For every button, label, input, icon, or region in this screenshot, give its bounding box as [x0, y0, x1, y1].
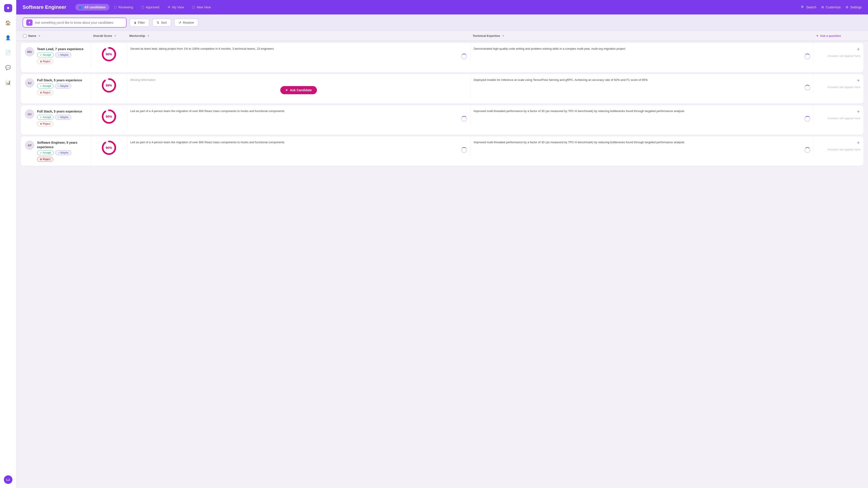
name-cell: MG Team Lead, 7 years experience ✓ Accep… — [21, 43, 91, 68]
sidebar-item-documents[interactable]: 📄 — [4, 48, 12, 57]
select-all-checkbox[interactable] — [23, 34, 26, 37]
rows-container: MG Team Lead, 7 years experience ✓ Accep… — [16, 43, 868, 166]
customize-action[interactable]: ⚙ Customize — [821, 5, 841, 9]
expertise-spinner — [804, 116, 810, 122]
mentorship-cell: Served as team lead, taking project from… — [127, 43, 470, 63]
user-avatar[interactable]: LJ — [4, 475, 12, 484]
name-cell: HJ Full Stack, 5 years experience ✓ Acce… — [21, 105, 91, 130]
ask-magic-icon: ✦ — [26, 20, 33, 26]
action-badges: ✓ Accept ○ Maybe ⊗ Reject — [37, 150, 88, 162]
th-expertise: Technical Expertise ▼ — [470, 31, 814, 41]
mentorship-cell: Missing information ✦ Ask Candidate — [127, 74, 470, 98]
table-row: SJ Full Stack, 5 years experience ✓ Acce… — [21, 74, 864, 103]
name-cell: SJ Full Stack, 5 years experience ✓ Acce… — [21, 74, 91, 99]
answers-placeholder: Answers will appear here — [828, 117, 860, 120]
filter-icon: ⧗ — [134, 21, 136, 25]
mentorship-spinner — [461, 147, 467, 153]
candidate-title: Software Engineer, 5 years experience — [37, 140, 88, 149]
answer-cell: ✦ Answers will appear here — [814, 74, 864, 92]
mentorship-text: Led as part of a 4-person team the migra… — [130, 140, 467, 145]
sidebar-item-messages[interactable]: 💬 — [4, 63, 12, 72]
sidebar: ✦ 🏠 👤 📄 💬 📊 LJ — [0, 0, 16, 488]
expertise-cell: Deployed models for inference at scale u… — [470, 74, 814, 94]
score-cell: 89% — [91, 74, 127, 97]
ask-input-wrapper[interactable]: ✦ — [23, 18, 127, 28]
candidate-title: Full Stack, 5 years experience — [37, 78, 88, 83]
tab-all-candidates[interactable]: 👥 All candidates — [75, 4, 110, 11]
settings-icon: ⚙ — [846, 5, 848, 9]
tab-myview-icon: 👁 — [167, 5, 170, 9]
app-logo[interactable]: ✦ — [4, 4, 12, 12]
badge-maybe[interactable]: ○ Maybe — [55, 115, 71, 120]
settings-action[interactable]: ⚙ Settings — [846, 5, 862, 9]
table-row: MG Team Lead, 7 years experience ✓ Accep… — [21, 43, 864, 72]
filter-button[interactable]: ⧗ Filter — [130, 19, 149, 27]
badge-accept[interactable]: ✓ Accept — [37, 84, 54, 89]
restore-button[interactable]: ↺ Restore — [174, 19, 198, 26]
tab-all-candidates-label: All candidates — [84, 5, 106, 9]
restore-icon: ↺ — [179, 21, 181, 24]
tab-approved[interactable]: ☐ Approved — [138, 4, 163, 11]
top-navigation: Software Engineer 👥 All candidates ☐ Rev… — [16, 0, 868, 14]
sidebar-item-analytics[interactable]: 📊 — [4, 78, 12, 87]
expertise-text: Improved multi-threaded performance by a… — [473, 109, 810, 113]
score-cell: 90% — [91, 136, 127, 159]
answer-cell: ✦ Answers will appear here — [814, 43, 864, 61]
action-badges: ✓ Accept ○ Maybe ⊗ Reject — [37, 115, 88, 126]
tab-approved-label: Approved — [146, 5, 159, 9]
tab-reviewing-label: Reviewing — [119, 5, 133, 9]
expertise-cell: Improved multi-threaded performance by a… — [470, 136, 814, 157]
nav-tabs: 👥 All candidates ☐ Reviewing ☐ Approved … — [75, 4, 797, 11]
tab-newview[interactable]: ☐ New View — [188, 4, 214, 11]
th-score: Overall Score ▼ — [91, 31, 127, 41]
badge-maybe[interactable]: ○ Maybe — [55, 84, 71, 89]
search-action[interactable]: 🔍 Search — [801, 5, 816, 9]
tab-myview[interactable]: 👁 My View — [164, 4, 188, 11]
th-mentorship-sort-icon[interactable]: ▼ — [147, 34, 150, 37]
topnav-actions: 🔍 Search ⚙ Customize ⚙ Settings — [801, 5, 862, 9]
badge-reject[interactable]: ⊗ Reject — [37, 157, 53, 162]
badge-accept[interactable]: ✓ Accept — [37, 115, 54, 120]
th-mentorship-label: Mentorship — [129, 34, 145, 37]
th-ask[interactable]: ✦ Ask a question — [814, 31, 864, 41]
answer-sparkle-icon: ✦ — [856, 46, 860, 53]
sidebar-item-candidates[interactable]: 👤 — [4, 33, 12, 42]
expertise-text: Improved multi-threaded performance by a… — [473, 140, 810, 145]
score-donut: 89% — [101, 77, 117, 94]
expertise-text: Demonstrated high-quality code writing a… — [473, 46, 810, 51]
expertise-spinner — [804, 85, 810, 91]
search-icon: 🔍 — [801, 5, 805, 9]
score-value: 89% — [105, 84, 112, 87]
expertise-cell: Demonstrated high-quality code writing a… — [470, 43, 814, 63]
badge-maybe[interactable]: ○ Maybe — [55, 150, 71, 155]
page-title: Software Engineer — [23, 4, 66, 10]
score-donut: 90% — [101, 140, 117, 156]
badge-reject[interactable]: ⊗ Reject — [37, 121, 53, 126]
ask-input[interactable] — [35, 21, 123, 24]
sidebar-item-home[interactable]: 🏠 — [4, 19, 12, 27]
th-expertise-sort-icon[interactable]: ▼ — [502, 34, 504, 37]
score-value: 90% — [105, 146, 112, 150]
mentorship-spinner — [461, 116, 467, 122]
tab-all-candidates-icon: 👥 — [79, 5, 83, 9]
ask-question-sparkle-icon: ✦ — [816, 34, 818, 37]
badge-reject[interactable]: ⊗ Reject — [37, 59, 53, 64]
th-name: Name ▼ — [21, 31, 91, 41]
badge-accept[interactable]: ✓ Accept — [37, 53, 54, 57]
candidate-title: Team Lead, 7 years experience — [37, 47, 88, 52]
sort-icon: ⇅ — [157, 21, 159, 24]
badge-reject[interactable]: ⊗ Reject — [37, 90, 53, 95]
badge-accept[interactable]: ✓ Accept — [37, 150, 54, 155]
score-value: 90% — [105, 53, 112, 56]
expertise-spinner — [804, 54, 810, 59]
th-name-sort-icon[interactable]: ▼ — [38, 34, 41, 37]
answer-sparkle-icon: ✦ — [856, 140, 860, 146]
missing-info: Missing information — [130, 78, 467, 83]
th-score-label: Overall Score — [93, 34, 112, 37]
ask-candidate-button[interactable]: ✦ Ask Candidate — [280, 86, 317, 94]
score-cell: 90% — [91, 43, 127, 66]
th-score-sort-icon[interactable]: ▼ — [114, 34, 117, 37]
badge-maybe[interactable]: ○ Maybe — [55, 53, 71, 57]
tab-reviewing[interactable]: ☐ Reviewing — [110, 4, 137, 11]
sort-button[interactable]: ⇅ Sort — [152, 19, 171, 26]
